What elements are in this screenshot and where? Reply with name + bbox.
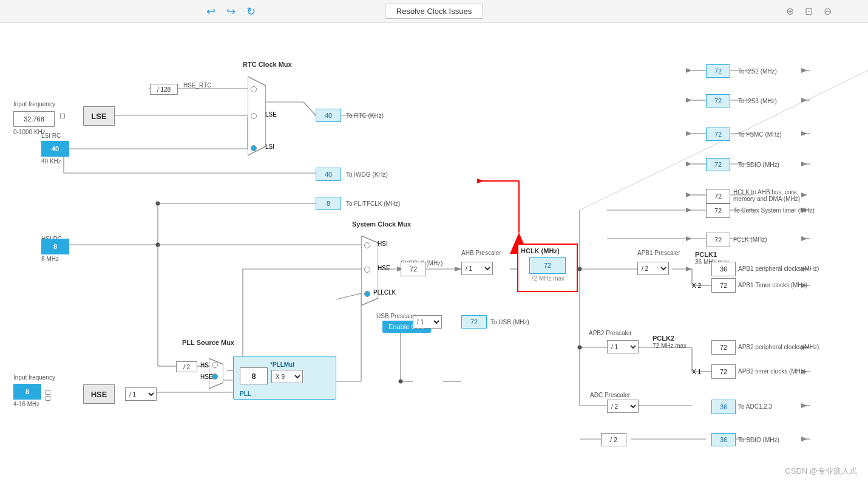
svg-marker-86 [686, 193, 692, 197]
pll-box: 8 *PLLMul X 9 X 2 X 3 X 4 X 6 X 8 PLL [233, 356, 336, 400]
rtc-clock-mux-label: RTC Clock Mux [243, 61, 292, 68]
input-range-top-label: 0-1000 KHz [13, 129, 46, 135]
lsi-khz-label: 40 KHz [41, 158, 61, 165]
apb1-peripheral-label: APB1 peripheral clocks (MHz) [738, 265, 819, 272]
ahb-prescaler-label: AHB Prescaler [461, 250, 501, 256]
svg-marker-85 [686, 162, 692, 166]
fit-icon[interactable]: ⊡ [805, 5, 813, 17]
refresh-button[interactable]: ↻ [246, 5, 256, 18]
svg-marker-94 [801, 193, 807, 197]
system-clock-mux-label: System Clock Mux [352, 220, 411, 228]
lse-left-connector [60, 114, 65, 118]
apb1-prescaler-label: APB1 Prescaler [637, 250, 680, 256]
to-usb-label: To USB (MHz) [490, 319, 529, 326]
hsi-mhz-label: 8 MHz [41, 256, 59, 262]
adc-prescaler-select[interactable]: / 2 / 4 / 6 / 8 [607, 400, 639, 413]
toolbar-left-icons: ↩ ↪ ↻ [206, 5, 256, 18]
svg-marker-101 [801, 403, 807, 408]
adc-value: 36 [711, 400, 736, 414]
svg-line-20 [336, 293, 361, 299]
svg-marker-82 [686, 68, 692, 73]
input-freq-top-value: 32.768 [13, 111, 55, 127]
svg-marker-90 [801, 68, 807, 73]
rtc-mux-lse-label: LSE [265, 111, 277, 118]
rtc-mux-dot-lse [251, 113, 257, 119]
toolbar: ↩ ↪ ↻ Resolve Clock Issues ⊕ ⊡ ⊖ [0, 0, 868, 23]
svg-point-113 [578, 346, 582, 350]
hse-div1-select[interactable]: / 1 / 2 [125, 387, 157, 401]
ahb-prescaler-select[interactable]: / 1 / 2 / 4 [461, 262, 493, 275]
redo-button[interactable]: ↪ [226, 5, 236, 18]
pclk2-label: PCLK2 [653, 335, 674, 342]
input-freq-bottom-label: Input frequency [13, 374, 55, 381]
svg-marker-88 [686, 236, 692, 241]
apb2-timer-label: APB2 timer clocks (MHz) [738, 368, 805, 375]
svg-line-9 [303, 102, 316, 115]
input-range-bottom-label: 4-16 MHz [13, 401, 39, 407]
pll-mul-value: 8 [240, 367, 268, 384]
svg-point-107 [156, 243, 160, 247]
undo-button[interactable]: ↩ [206, 5, 215, 18]
connection-lines [0, 23, 868, 484]
to-i2s2-label: To I2S2 (MHz) [738, 68, 777, 75]
apb1-peri-value: 36 [711, 262, 736, 276]
svg-point-112 [399, 380, 403, 384]
pll-x9-select[interactable]: X 9 X 2 X 3 X 4 X 6 X 8 [271, 370, 303, 383]
apb2-prescaler-select[interactable]: / 1 / 2 [607, 340, 639, 353]
sys-mux-pllclk-label: PLLCLK [373, 289, 396, 296]
pll-mux-hse-label: HSE [200, 373, 213, 380]
sdio-bottom-value: 36 [711, 433, 736, 446]
sysclk-value: 72 [401, 262, 426, 276]
apb1-timer-label: APB1 Timer clocks (MHz) [738, 282, 807, 288]
pll-mux-dot-hsi [212, 362, 218, 368]
apb2-timer-value: 72 [711, 364, 736, 379]
lsi-rc-label: LSI RC [41, 132, 61, 139]
sdio-top-value: 72 [706, 158, 730, 171]
svg-marker-93 [801, 162, 807, 166]
pll-label: PLL [240, 390, 251, 397]
zoom-in-icon[interactable]: ⊕ [786, 5, 794, 17]
to-cortex-label: To Cortex System timer (MHz) [733, 207, 815, 214]
clock-diagram-canvas: Input frequency 32.768 0-1000 KHz LSE LS… [0, 23, 868, 484]
svg-marker-91 [801, 98, 807, 103]
sdio-div2-box: / 2 [601, 433, 626, 446]
pclk1-label: PCLK1 [695, 251, 717, 258]
svg-marker-106 [477, 179, 484, 183]
hclk-ahb-label: HCLK to AHB bus, core, [733, 189, 798, 196]
usb-prescaler-label: USB Prescaler [376, 313, 416, 319]
i2s2-value: 72 [706, 64, 730, 78]
hclk-label: HCLK (MHz) [521, 247, 560, 254]
to-flitfclk-label: To FLITFCLK (MHz) [346, 200, 400, 207]
fclk-value: 72 [706, 233, 730, 247]
hclk-ahb2-label: memory and DMA (MHz) [733, 196, 800, 202]
hsi-div2-box: / 2 [176, 361, 197, 372]
svg-marker-83 [686, 98, 692, 103]
toolbar-right-icons: ⊕ ⊡ ⊖ [786, 5, 832, 17]
cortex-value: 72 [706, 203, 730, 218]
apb2-72max-label: 72 MHz max [653, 343, 687, 349]
sys-mux-hsi-label: HSI [378, 240, 388, 247]
zoom-out-icon[interactable]: ⊖ [824, 5, 832, 17]
adc-prescaler-label: ADC Prescaler [590, 392, 630, 398]
to-fsmc-label: To FSMC (MHz) [738, 131, 782, 138]
rtc-mux-dot-hse [251, 86, 257, 92]
usb-value: 72 [461, 315, 487, 329]
usb-prescaler-select[interactable]: / 1 / 1.5 [413, 315, 442, 329]
apb2-prescaler-label: APB2 Prescaler [589, 330, 632, 336]
hse-left-conn2 [46, 396, 50, 401]
apb1-prescaler-select[interactable]: / 2 / 1 / 4 [637, 262, 669, 275]
input-freq-top-label: Input frequency [13, 101, 55, 107]
svg-marker-96 [801, 236, 807, 241]
svg-point-111 [578, 267, 582, 271]
svg-marker-89 [686, 267, 692, 271]
to-sdio-top-label: To SDIO (MHz) [738, 162, 779, 168]
resolve-clock-button[interactable]: Resolve Clock Issues [385, 4, 483, 19]
to-flitfclk-value: 8 [316, 197, 341, 210]
x1-apb2-label: X 1 [692, 369, 701, 375]
to-i2s3-label: To I2S3 (MHz) [738, 98, 777, 104]
rtc-mux-lsi-label: LSI [265, 143, 274, 150]
lse-block: LSE [83, 106, 115, 126]
hse-div128-box: / 128 [150, 84, 178, 95]
svg-marker-102 [801, 437, 807, 441]
hse-left-conn1 [46, 390, 50, 395]
